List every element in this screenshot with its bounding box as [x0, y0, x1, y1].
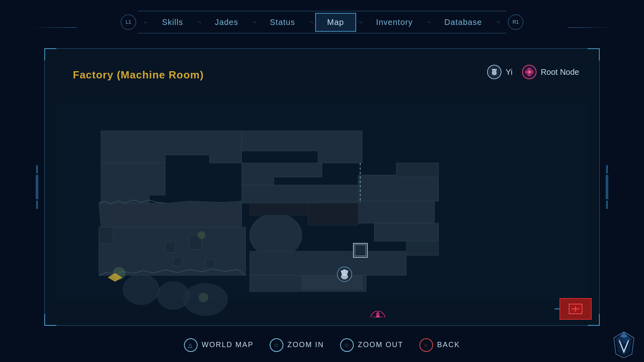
root-node-icon	[522, 65, 537, 79]
game-logo	[612, 330, 636, 358]
sep6: ¬	[426, 18, 431, 27]
yi-map-marker	[337, 267, 352, 282]
svg-point-5	[528, 68, 530, 71]
svg-point-52	[376, 312, 380, 317]
side-bar-left-bottom	[36, 201, 38, 209]
svg-point-1	[492, 71, 497, 75]
sep3: ¬	[252, 18, 256, 27]
deco-line-right	[568, 27, 612, 28]
svg-point-13	[528, 71, 530, 73]
svg-marker-19	[99, 227, 113, 243]
sep7: ¬	[496, 18, 500, 27]
corner-top-right	[588, 48, 600, 60]
world-map-icon: △	[184, 338, 198, 352]
map-frame: Factory (Machine Room) Yi	[44, 48, 600, 326]
side-decoration-left	[36, 165, 38, 209]
svg-marker-25	[242, 185, 358, 203]
map-toggle-button[interactable]	[559, 298, 592, 320]
svg-marker-17	[99, 201, 242, 227]
back-label: BACK	[437, 341, 460, 349]
zoom-out-label: ZOOM OUT	[358, 341, 403, 349]
svg-point-2	[493, 70, 494, 71]
deco-line-left	[32, 27, 76, 28]
side-decoration-right	[606, 165, 608, 209]
nav-right-decoration	[568, 27, 612, 28]
sep2: ¬	[197, 18, 201, 27]
svg-marker-31	[407, 241, 439, 255]
svg-point-7	[525, 71, 528, 73]
tab-map[interactable]: Map	[316, 13, 356, 31]
svg-rect-38	[205, 259, 214, 268]
yi-icon	[487, 65, 502, 79]
map-legend: Yi Root Node	[487, 65, 579, 79]
zoom-out-action[interactable]: □ ZOOM OUT	[340, 338, 403, 352]
svg-point-8	[530, 71, 534, 73]
zoom-in-action[interactable]: □ ZOOM IN	[270, 338, 324, 352]
zoom-in-icon: □	[270, 338, 283, 352]
back-icon: ○	[419, 338, 433, 352]
svg-marker-32	[250, 251, 406, 276]
zoom-out-icon: □	[340, 338, 354, 352]
map-svg	[53, 89, 591, 317]
sep4: ¬	[309, 18, 313, 27]
top-navigation: L1 ⌐ Skills ¬ Jades ¬ Status ¬ Map ¬ Inv…	[0, 0, 644, 44]
tab-database[interactable]: Database	[433, 14, 493, 31]
zoom-in-label: ZOOM IN	[287, 341, 324, 349]
nav-left-decoration	[32, 27, 76, 28]
back-action[interactable]: ○ BACK	[419, 338, 460, 352]
corner-top-left	[44, 48, 56, 60]
svg-rect-46	[355, 245, 366, 256]
sep5: ¬	[358, 18, 363, 27]
l1-button[interactable]: L1	[121, 14, 136, 30]
svg-point-23	[157, 282, 190, 310]
side-bar-left-main	[36, 175, 38, 199]
world-map-action[interactable]: △ WORLD MAP	[184, 338, 254, 352]
svg-marker-34	[302, 276, 362, 290]
nav-tabs-container: ⌐ Skills ¬ Jades ¬ Status ¬ Map ¬ Invent…	[138, 11, 506, 33]
map-area-title: Factory (Machine Room)	[73, 69, 204, 81]
svg-point-3	[495, 70, 495, 71]
r1-button[interactable]: R1	[508, 14, 523, 30]
svg-rect-40	[308, 203, 358, 225]
world-map-label: WORLD MAP	[202, 341, 254, 349]
r1-label: R1	[512, 19, 518, 25]
tab-jades[interactable]: Jades	[204, 14, 250, 31]
svg-point-24	[123, 274, 159, 305]
sep1: ⌐	[144, 18, 149, 27]
tab-status[interactable]: Status	[259, 14, 307, 31]
svg-point-21	[250, 213, 302, 257]
svg-marker-30	[374, 223, 439, 241]
svg-point-43	[197, 231, 205, 239]
side-bar-right-main	[606, 175, 608, 199]
svg-point-49	[341, 274, 348, 280]
root-node-map-marker	[371, 311, 385, 317]
svg-rect-37	[173, 257, 182, 266]
svg-marker-29	[396, 163, 439, 177]
svg-point-6	[528, 73, 530, 76]
svg-marker-28	[358, 175, 439, 201]
side-bar-right-top	[606, 165, 608, 173]
side-bar-left-top	[36, 165, 38, 173]
bottom-action-bar: △ WORLD MAP □ ZOOM IN □ ZOOM OUT ○ BACK	[0, 328, 644, 362]
tab-skills[interactable]: Skills	[151, 14, 194, 31]
tab-inventory[interactable]: Inventory	[365, 14, 424, 31]
legend-root-node: Root Node	[522, 65, 579, 79]
map-area	[53, 89, 591, 317]
l1-label: L1	[126, 19, 131, 25]
svg-rect-36	[165, 241, 175, 253]
svg-point-42	[198, 293, 208, 302]
side-bar-right-bottom	[606, 201, 608, 209]
legend-yi: Yi	[487, 65, 512, 79]
